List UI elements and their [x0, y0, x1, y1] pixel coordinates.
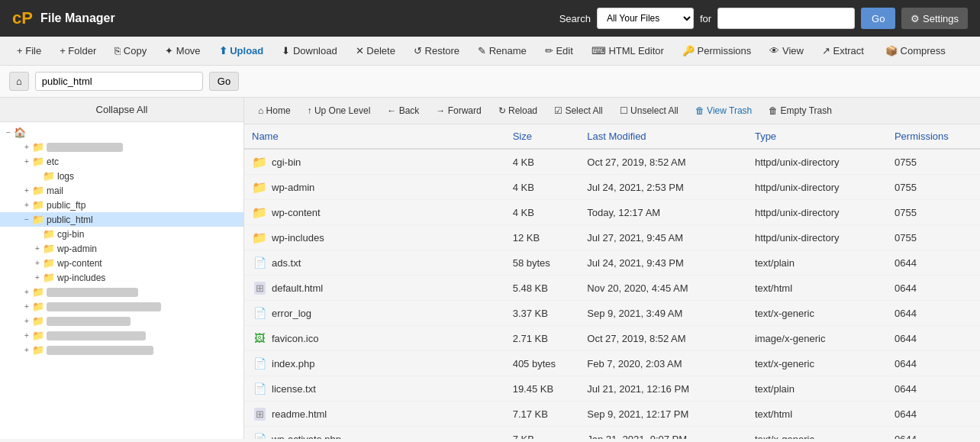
- tree-item-wp-admin[interactable]: + 📁 wp-admin: [0, 241, 243, 256]
- up-level-button[interactable]: ↑ Up One Level: [301, 102, 377, 119]
- edit-button[interactable]: ✏ Edit: [537, 41, 581, 60]
- tree-label-wp-includes: wp-includes: [57, 273, 105, 283]
- col-header-type[interactable]: Type: [747, 124, 887, 149]
- tree-label-blurred: [47, 288, 138, 297]
- tree-item-blurred-2[interactable]: + 📁: [0, 285, 243, 299]
- back-button[interactable]: ← Back: [381, 102, 425, 119]
- tree-item-blurred-1[interactable]: + 📁: [0, 140, 243, 154]
- home-nav-button[interactable]: ⌂ Home: [252, 102, 297, 119]
- file-icon: ⊞: [252, 406, 267, 421]
- file-size: 2.71 KB: [505, 326, 580, 351]
- compress-button[interactable]: 📦 Compress: [878, 41, 953, 60]
- file-name-cell[interactable]: 📄 error_log: [244, 301, 505, 326]
- view-trash-button[interactable]: 🗑 View Trash: [689, 102, 758, 119]
- collapse-all-button[interactable]: Collapse All: [0, 98, 243, 122]
- tree-item-wp-content[interactable]: + 📁 wp-content: [0, 256, 243, 270]
- tree-item-blurred-3[interactable]: + 📁: [0, 299, 243, 314]
- tree-item-cgi-bin[interactable]: 📁 cgi-bin: [0, 227, 243, 241]
- tree-item-wp-includes[interactable]: + 📁 wp-includes: [0, 270, 243, 285]
- extract-button[interactable]: ↗ Extract: [814, 41, 872, 60]
- empty-trash-button[interactable]: 🗑 Empty Trash: [762, 102, 838, 119]
- tree-item-mail[interactable]: + 📁 mail: [0, 183, 243, 198]
- file-name-cell[interactable]: 📄 wp-activate.php: [244, 427, 505, 440]
- restore-button[interactable]: ↺ Restore: [406, 41, 467, 60]
- table-row[interactable]: 📄 index.php 405 bytes Feb 7, 2020, 2:03 …: [244, 351, 980, 376]
- file-permissions: 0755: [887, 225, 980, 250]
- tree-toggle-root: −: [3, 128, 14, 137]
- search-scope-select[interactable]: All Your Files File Names Only File Cont…: [597, 8, 694, 29]
- table-row[interactable]: 📁 wp-includes 12 KB Jul 27, 2021, 9:45 A…: [244, 225, 980, 250]
- file-icon: 📁: [252, 205, 267, 220]
- file-permissions: 0644: [887, 427, 980, 440]
- path-go-button[interactable]: Go: [209, 72, 239, 91]
- search-go-button[interactable]: Go: [861, 8, 895, 29]
- file-name-cell[interactable]: 🖼 favicon.ico: [244, 326, 505, 351]
- table-row[interactable]: 📁 wp-content 4 KB Today, 12:17 AM httpd/…: [244, 200, 980, 225]
- tree-item-blurred-6[interactable]: + 📁: [0, 343, 243, 357]
- html-editor-button[interactable]: ⌨ HTML Editor: [584, 41, 672, 60]
- tree-item-root[interactable]: − 🏠: [0, 125, 243, 140]
- search-input[interactable]: [717, 8, 855, 29]
- tree-item-public-ftp[interactable]: + 📁 public_ftp: [0, 198, 243, 212]
- unselect-all-button[interactable]: ☐ Unselect All: [614, 102, 685, 119]
- tree-label-logs: logs: [57, 171, 74, 182]
- table-row[interactable]: 📁 wp-admin 4 KB Jul 24, 2021, 2:53 PM ht…: [244, 175, 980, 200]
- table-row[interactable]: 📁 cgi-bin 4 KB Oct 27, 2019, 8:52 AM htt…: [244, 149, 980, 175]
- upload-button[interactable]: ⬆ Upload: [211, 41, 272, 60]
- new-folder-button[interactable]: + Folder: [52, 41, 104, 60]
- file-name-cell[interactable]: 📄 index.php: [244, 351, 505, 376]
- col-header-name[interactable]: Name: [244, 124, 505, 149]
- path-input[interactable]: [35, 72, 203, 91]
- table-row[interactable]: 📄 wp-activate.php 7 KB Jan 21, 2021, 9:0…: [244, 427, 980, 440]
- file-size: 4 KB: [505, 200, 580, 225]
- table-row[interactable]: ⊞ readme.html 7.17 KB Sep 9, 2021, 12:17…: [244, 402, 980, 427]
- table-row[interactable]: 📄 ads.txt 58 bytes Jul 24, 2021, 9:43 PM…: [244, 250, 980, 276]
- delete-button[interactable]: ✕ Delete: [348, 41, 403, 60]
- file-type: text/plain: [747, 376, 887, 402]
- forward-button[interactable]: → Forward: [430, 102, 487, 119]
- copy-button[interactable]: ⎘ Copy: [107, 41, 154, 60]
- permissions-button[interactable]: 🔑 Permissions: [675, 41, 759, 60]
- tree-item-blurred-5[interactable]: + 📁: [0, 328, 243, 343]
- file-permissions: 0644: [887, 276, 980, 301]
- table-row[interactable]: 📄 license.txt 19.45 KB Jul 21, 2021, 12:…: [244, 376, 980, 402]
- col-header-size[interactable]: Size: [505, 124, 580, 149]
- file-icon: ⊞: [252, 280, 267, 295]
- file-name-cell[interactable]: 📁 cgi-bin: [244, 149, 505, 175]
- tree-toggle: +: [21, 317, 32, 325]
- table-row[interactable]: 🖼 favicon.ico 2.71 KB Oct 27, 2019, 8:52…: [244, 326, 980, 351]
- file-name-cell[interactable]: ⊞ readme.html: [244, 402, 505, 427]
- tree-label-blurred: [47, 302, 161, 311]
- file-icon: 📄: [252, 305, 267, 321]
- file-name-cell[interactable]: 📁 wp-content: [244, 200, 505, 225]
- folder-icon: 📁: [32, 286, 44, 298]
- view-button[interactable]: 👁 View: [762, 41, 811, 60]
- tree-item-public-html[interactable]: − 📁 public_html: [0, 212, 243, 227]
- col-header-modified[interactable]: Last Modified: [579, 124, 747, 149]
- col-header-permissions[interactable]: Permissions: [887, 124, 980, 149]
- settings-button[interactable]: ⚙ Settings: [901, 8, 968, 29]
- reload-button[interactable]: ↻ Reload: [492, 102, 543, 119]
- addressbar-home-button[interactable]: ⌂: [9, 72, 29, 91]
- table-row[interactable]: ⊞ default.html 5.48 KB Nov 20, 2020, 4:4…: [244, 276, 980, 301]
- folder-icon: 🏠: [14, 127, 26, 138]
- download-button[interactable]: ⬇ Download: [274, 41, 344, 60]
- select-all-button[interactable]: ☑ Select All: [548, 102, 609, 119]
- search-label: Search: [559, 13, 591, 24]
- file-name-cell[interactable]: 📄 license.txt: [244, 376, 505, 402]
- file-permissions: 0644: [887, 326, 980, 351]
- rename-button[interactable]: ✎ Rename: [470, 41, 534, 60]
- file-name-cell[interactable]: 📄 ads.txt: [244, 250, 505, 276]
- move-button[interactable]: ✦ Move: [157, 41, 208, 60]
- new-file-button[interactable]: + File: [9, 41, 49, 60]
- folder-icon: 📁: [43, 243, 55, 254]
- tree-item-etc[interactable]: + 📁 etc: [0, 154, 243, 169]
- file-name-cell[interactable]: ⊞ default.html: [244, 276, 505, 301]
- tree-label-mail: mail: [47, 186, 63, 196]
- tree-item-blurred-4[interactable]: + 📁: [0, 314, 243, 328]
- table-row[interactable]: 📄 error_log 3.37 KB Sep 9, 2021, 3:49 AM…: [244, 301, 980, 326]
- tree-item-logs[interactable]: 📁 logs: [0, 169, 243, 183]
- file-name-cell[interactable]: 📁 wp-includes: [244, 225, 505, 250]
- file-name-cell[interactable]: 📁 wp-admin: [244, 175, 505, 200]
- file-modified: Feb 7, 2020, 2:03 AM: [579, 351, 747, 376]
